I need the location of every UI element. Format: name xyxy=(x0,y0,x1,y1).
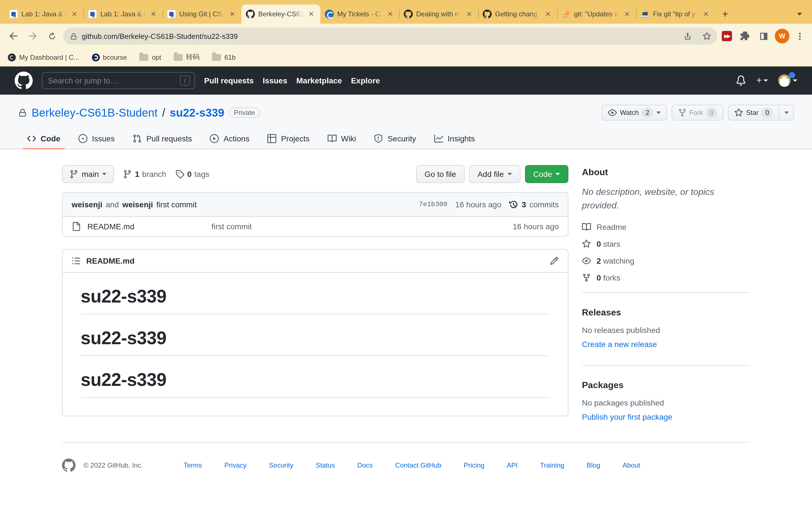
branch-selector[interactable]: main xyxy=(62,165,114,183)
commit-sha-link[interactable]: 7e1b300 xyxy=(419,201,448,209)
browser-tab[interactable]: Using Git | CS 6 ✕ xyxy=(162,4,241,24)
github-logo-icon[interactable] xyxy=(15,71,33,90)
watching-stat-link[interactable]: 2 watching xyxy=(582,256,750,265)
tags-link[interactable]: 0tags xyxy=(175,170,209,179)
tab-security[interactable]: Security xyxy=(365,128,425,149)
footer-link-privacy[interactable]: Privacy xyxy=(224,461,247,469)
footer-link-terms[interactable]: Terms xyxy=(184,461,202,469)
stars-stat-link[interactable]: 0 stars xyxy=(582,239,750,248)
tab-code[interactable]: Code xyxy=(18,128,69,149)
new-tab-button[interactable]: + xyxy=(717,6,733,22)
tab-close-icon[interactable]: ✕ xyxy=(622,10,631,18)
add-file-button[interactable]: Add file xyxy=(469,165,520,183)
commit-history-link[interactable]: 3commits xyxy=(509,200,559,209)
tab-actions[interactable]: Actions xyxy=(201,128,259,149)
share-icon[interactable] xyxy=(680,29,695,43)
browser-tab[interactable]: Dealing with n ✕ xyxy=(399,4,478,24)
readme-heading: su22-s339 xyxy=(81,286,550,314)
user-avatar[interactable] xyxy=(778,74,797,87)
create-new-button[interactable]: + xyxy=(756,75,768,86)
tab-search-chevron-icon[interactable] xyxy=(792,6,808,22)
github-search-box[interactable]: / xyxy=(42,72,195,89)
browser-tab-active[interactable]: Berkeley-CS61 ✕ xyxy=(241,4,320,24)
commit-time-link[interactable]: 16 hours ago xyxy=(455,200,501,209)
footer-link-docs[interactable]: Docs xyxy=(357,461,373,469)
footer-link-contact[interactable]: Contact GitHub xyxy=(395,461,441,469)
notifications-bell-icon[interactable] xyxy=(736,75,746,86)
nav-explore[interactable]: Explore xyxy=(351,76,380,85)
reload-button[interactable] xyxy=(44,28,60,44)
commit-message-link[interactable]: first commit xyxy=(156,200,197,209)
side-panel-icon[interactable] xyxy=(756,28,771,44)
commit-author-link[interactable]: weisenji xyxy=(71,200,102,209)
repo-name-link[interactable]: su22-s339 xyxy=(170,106,224,119)
tab-close-icon[interactable]: ✕ xyxy=(228,10,237,18)
bookmark-item[interactable]: bcourse xyxy=(92,53,127,61)
tab-projects[interactable]: Projects xyxy=(259,128,319,149)
footer-link-api[interactable]: API xyxy=(507,461,518,469)
footer-link-security[interactable]: Security xyxy=(269,461,294,469)
star-button[interactable]: Star 0 xyxy=(728,105,779,121)
forward-button[interactable] xyxy=(25,28,41,44)
browser-profile-avatar[interactable]: W xyxy=(775,29,790,43)
file-commit-message-link[interactable]: first commit xyxy=(211,222,513,231)
edit-readme-pencil-icon[interactable] xyxy=(550,256,559,265)
watch-button[interactable]: Watch 2 xyxy=(602,105,667,121)
tab-close-icon[interactable]: ✕ xyxy=(149,10,158,18)
code-download-button[interactable]: Code xyxy=(525,165,568,183)
browser-tab[interactable]: Lab 1: Java & G ✕ xyxy=(4,4,84,24)
footer-link-status[interactable]: Status xyxy=(316,461,335,469)
bookmark-item[interactable]: My Dashboard | C... xyxy=(8,53,79,61)
bookmark-folder[interactable]: 转码 xyxy=(174,52,200,62)
nav-issues[interactable]: Issues xyxy=(263,76,287,85)
nav-pull-requests[interactable]: Pull requests xyxy=(204,76,254,85)
tab-insights[interactable]: Insights xyxy=(425,128,484,149)
browser-tab[interactable]: Getting chang ✕ xyxy=(478,4,557,24)
branches-link[interactable]: 1branch xyxy=(123,170,166,179)
tab-pull-requests[interactable]: Pull requests xyxy=(124,128,201,149)
forks-stat-link[interactable]: 0 forks xyxy=(582,273,750,282)
tab-close-icon[interactable]: ✕ xyxy=(465,10,474,18)
browser-tab[interactable]: 💻 Fix git "tip of y ✕ xyxy=(636,4,715,24)
tab-close-icon[interactable]: ✕ xyxy=(70,10,79,18)
bookmark-star-icon[interactable] xyxy=(699,29,714,43)
address-bar[interactable]: github.com/Berkeley-CS61B-Student/su22-s… xyxy=(63,27,717,45)
readme-title: README.md xyxy=(86,256,135,265)
fork-button[interactable]: Fork 0 xyxy=(671,105,723,121)
list-unordered-icon[interactable] xyxy=(71,256,81,265)
publish-package-link[interactable]: Publish your first package xyxy=(582,412,672,421)
url-text: github.com/Berkeley-CS61B-Student/su22-s… xyxy=(82,32,675,40)
browser-tab[interactable]: git: "Updates w ✕ xyxy=(557,4,636,24)
nav-marketplace[interactable]: Marketplace xyxy=(296,76,342,85)
file-row[interactable]: README.md first commit 16 hours ago xyxy=(63,216,568,236)
readme-stat-link[interactable]: Readme xyxy=(582,223,750,231)
search-input[interactable] xyxy=(47,75,176,86)
extension-fastforward-icon[interactable]: ▶▶ xyxy=(721,30,733,42)
file-navigation-toolbar: main 1branch 0tags Go to file Add file C… xyxy=(62,165,568,183)
commit-author-link[interactable]: weisenji xyxy=(122,200,153,209)
bookmark-folder[interactable]: opt xyxy=(139,53,161,61)
browser-tab[interactable]: My Tickets - C ✕ xyxy=(320,4,399,24)
footer-link-pricing[interactable]: Pricing xyxy=(464,461,485,469)
extensions-puzzle-icon[interactable] xyxy=(737,28,752,44)
star-dropdown-button[interactable] xyxy=(779,105,794,121)
browser-tab[interactable]: Lab 1: Java & G ✕ xyxy=(84,4,162,24)
footer-link-training[interactable]: Training xyxy=(540,461,564,469)
tab-issues[interactable]: Issues xyxy=(69,128,124,149)
tab-close-icon[interactable]: ✕ xyxy=(307,10,316,18)
github-header: / Pull requests Issues Marketplace Explo… xyxy=(0,66,812,95)
file-name-link[interactable]: README.md xyxy=(87,222,211,231)
tab-close-icon[interactable]: ✕ xyxy=(544,10,553,18)
browser-menu-icon[interactable] xyxy=(793,29,806,43)
tab-wiki[interactable]: Wiki xyxy=(319,128,365,149)
repo-owner-link[interactable]: Berkeley-CS61B-Student xyxy=(32,106,158,119)
go-to-file-button[interactable]: Go to file xyxy=(416,165,465,183)
create-release-link[interactable]: Create a new release xyxy=(582,340,657,349)
tab-close-icon[interactable]: ✕ xyxy=(702,10,711,18)
bcourse-icon xyxy=(92,53,100,61)
bookmark-folder[interactable]: 61b xyxy=(212,53,236,61)
footer-link-about[interactable]: About xyxy=(622,461,640,469)
footer-link-blog[interactable]: Blog xyxy=(587,461,600,469)
tab-close-icon[interactable]: ✕ xyxy=(386,10,395,18)
back-button[interactable] xyxy=(6,28,21,44)
